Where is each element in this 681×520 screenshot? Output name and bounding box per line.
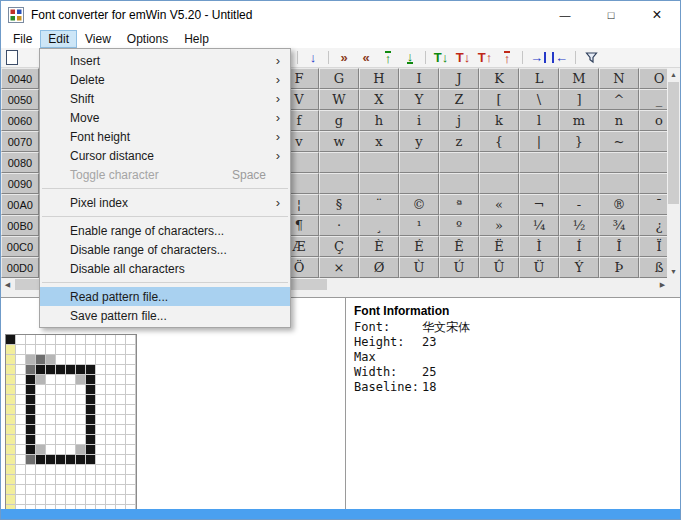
char-cell[interactable]: Ë [479,236,519,257]
pixel-cell[interactable] [46,415,56,425]
char-cell[interactable]: M [559,68,599,89]
char-cell[interactable]: ß [639,257,669,278]
char-cell[interactable]: J [439,68,479,89]
char-cell[interactable]: Í [559,236,599,257]
pixel-cell[interactable] [36,465,46,475]
pixel-cell[interactable] [56,345,66,355]
pixel-cell[interactable] [96,455,106,465]
pixel-cell[interactable] [16,485,26,495]
pixel-cell[interactable] [26,345,36,355]
pixel-cell[interactable] [36,375,46,385]
char-cell[interactable]: L [519,68,559,89]
toolbar-baseline-down-green-icon[interactable]: T↓ [430,49,452,66]
pixel-cell[interactable] [76,335,86,345]
char-cell[interactable]: \ [519,89,559,110]
pixel-cell[interactable] [16,465,26,475]
pixel-cell[interactable] [86,335,96,345]
pixel-cell[interactable] [56,365,66,375]
char-cell[interactable]: Ê [439,236,479,257]
char-cell[interactable]: « [479,194,519,215]
pixel-cell[interactable] [46,495,56,505]
pixel-cell[interactable] [76,495,86,505]
menu-item-enable-range-of-characters[interactable]: Enable range of characters... [40,221,290,240]
pixel-cell[interactable] [46,435,56,445]
pixel-cell[interactable] [26,415,36,425]
pixel-cell[interactable] [66,385,76,395]
pixel-cell[interactable] [36,485,46,495]
pixel-cell[interactable] [106,445,116,455]
pixel-cell[interactable] [86,475,96,485]
pixel-cell[interactable] [46,405,56,415]
char-cell[interactable]: l [519,110,559,131]
toolbar-arrow-down-icon[interactable]: ↓ [302,49,324,66]
pixel-cell[interactable] [36,365,46,375]
pixel-cell[interactable] [56,425,66,435]
pixel-cell[interactable] [6,475,16,485]
pixel-cell[interactable] [126,455,136,465]
pixel-cell[interactable] [96,415,106,425]
char-cell[interactable]: n [599,110,639,131]
char-cell[interactable]: ¬ [519,194,559,215]
char-cell[interactable]: ¯ [639,194,669,215]
pixel-cell[interactable] [106,345,116,355]
pixel-cell[interactable] [26,435,36,445]
pixel-cell[interactable] [36,425,46,435]
pixel-cell[interactable] [76,425,86,435]
pixel-cell[interactable] [66,335,76,345]
pixel-cell[interactable] [66,435,76,445]
pixel-cell[interactable] [66,395,76,405]
char-cell[interactable] [359,152,399,173]
pixel-cell[interactable] [116,465,126,475]
pixel-cell[interactable] [106,335,116,345]
vertical-scrollbar-thumb[interactable] [668,82,679,204]
maximize-button[interactable]: □ [588,1,634,29]
pixel-cell[interactable] [116,385,126,395]
pixel-cell[interactable] [36,415,46,425]
pixel-cell[interactable] [26,385,36,395]
pixel-cell[interactable] [126,395,136,405]
pixel-cell[interactable] [6,405,16,415]
char-cell[interactable] [519,152,559,173]
char-cell[interactable]: w [319,131,359,152]
scroll-down-arrow-icon[interactable]: ▼ [667,265,680,278]
char-cell[interactable]: Z [439,89,479,110]
pixel-cell[interactable] [116,375,126,385]
vertical-scrollbar[interactable]: ▲ ▼ [667,68,680,278]
char-cell[interactable]: Ý [559,257,599,278]
pixel-cell[interactable] [126,365,136,375]
char-cell[interactable]: O [639,68,669,89]
char-cell[interactable]: » [479,215,519,236]
char-cell[interactable] [479,152,519,173]
pixel-cell[interactable] [106,385,116,395]
char-cell[interactable]: Y [399,89,439,110]
pixel-cell[interactable] [46,465,56,475]
pixel-cell[interactable] [96,375,106,385]
pixel-cell[interactable] [66,425,76,435]
pixel-cell[interactable] [86,395,96,405]
pixel-cell[interactable] [76,345,86,355]
pixel-cell[interactable] [6,495,16,505]
pixel-cell[interactable] [16,385,26,395]
pixel-cell[interactable] [56,335,66,345]
pixel-cell[interactable] [86,385,96,395]
pixel-cell[interactable] [96,465,106,475]
pixel-cell[interactable] [66,455,76,465]
pixel-cell[interactable] [86,415,96,425]
pixel-cell[interactable] [16,335,26,345]
pixel-cell[interactable] [6,485,16,495]
pixel-cell[interactable] [16,475,26,485]
char-cell[interactable]: H [359,68,399,89]
pixel-cell[interactable] [106,395,116,405]
char-cell[interactable]: ¿ [639,215,669,236]
pixel-cell[interactable] [76,375,86,385]
pixel-cell[interactable] [26,375,36,385]
toolbar-indent-left-icon[interactable]: ← [549,49,571,66]
pixel-cell[interactable] [86,345,96,355]
pixel-cell[interactable] [6,395,16,405]
char-cell[interactable]: Ú [439,257,479,278]
menu-item-disable-all-characters[interactable]: Disable all characters [40,259,290,278]
pixel-cell[interactable] [6,335,16,345]
pixel-cell[interactable] [116,405,126,415]
pixel-cell[interactable] [46,475,56,485]
pixel-cell[interactable] [106,455,116,465]
